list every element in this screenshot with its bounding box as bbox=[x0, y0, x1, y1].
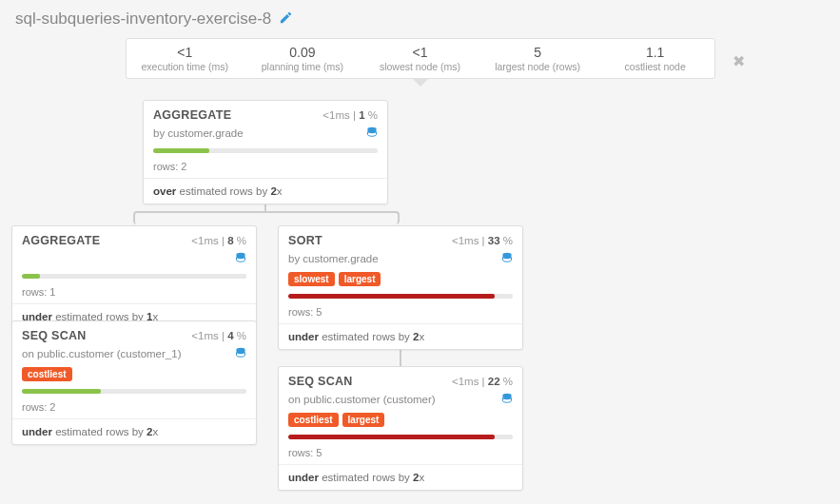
tag-largest: largest bbox=[339, 272, 381, 286]
close-icon[interactable]: ✖ bbox=[733, 52, 745, 70]
plan-canvas: AGGREGATE <1ms | 1 % by customer.grade r… bbox=[0, 94, 840, 503]
node-name: AGGREGATE bbox=[153, 108, 231, 122]
node-metrics: <1ms | 33 % bbox=[452, 235, 513, 246]
estimate-text: under estimated rows by 2x bbox=[279, 465, 522, 490]
cost-bar bbox=[153, 148, 209, 153]
node-name: AGGREGATE bbox=[22, 234, 100, 247]
database-icon bbox=[501, 392, 513, 407]
node-seqscan-right[interactable]: SEQ SCAN <1ms | 22 % on public.customer … bbox=[278, 366, 523, 491]
database-icon bbox=[366, 126, 378, 141]
edit-icon[interactable] bbox=[279, 10, 293, 28]
estimate-text: over estimated rows by 2x bbox=[144, 179, 387, 204]
cost-bar bbox=[288, 435, 495, 439]
stat-execution-time: <1 execution time (ms) bbox=[127, 45, 244, 72]
cost-bar bbox=[22, 274, 40, 279]
stat-costliest-node: 1.1 costliest node bbox=[596, 45, 714, 72]
database-icon bbox=[501, 251, 513, 266]
node-metrics: <1ms | 4 % bbox=[191, 330, 246, 341]
node-name: SORT bbox=[288, 234, 322, 247]
node-sort-right[interactable]: SORT <1ms | 33 % by customer.grade slowe… bbox=[278, 225, 523, 350]
cost-bar bbox=[288, 294, 495, 299]
page-title: sql-subqueries-inventory-exercise-8 bbox=[15, 10, 271, 29]
node-name: SEQ SCAN bbox=[288, 375, 353, 388]
node-metrics: <1ms | 22 % bbox=[452, 376, 513, 387]
connector bbox=[400, 349, 401, 366]
header: sql-subqueries-inventory-exercise-8 bbox=[0, 0, 840, 38]
stats-arrow-icon bbox=[413, 79, 428, 87]
node-metrics: <1ms | 1 % bbox=[322, 109, 378, 121]
node-name: SEQ SCAN bbox=[22, 329, 87, 342]
node-aggregate-left[interactable]: AGGREGATE <1ms | 8 % rows: 1 under estim… bbox=[11, 225, 257, 330]
tag-largest: largest bbox=[342, 413, 385, 427]
tag-slowest: slowest bbox=[288, 272, 335, 286]
database-icon bbox=[235, 346, 246, 361]
node-aggregate-top[interactable]: AGGREGATE <1ms | 1 % by customer.grade r… bbox=[143, 100, 388, 204]
stat-largest-node: 5 largest node (rows) bbox=[479, 45, 596, 72]
stat-planning-time: 0.09 planning time (ms) bbox=[244, 45, 361, 72]
tag-costliest: costliest bbox=[288, 413, 339, 427]
estimate-text: under estimated rows by 2x bbox=[12, 419, 256, 444]
node-seqscan-left[interactable]: SEQ SCAN <1ms | 4 % on public.customer (… bbox=[11, 320, 257, 445]
tag-costliest: costliest bbox=[22, 367, 72, 381]
database-icon bbox=[235, 251, 246, 266]
stats-bar: <1 execution time (ms) 0.09 planning tim… bbox=[126, 38, 715, 79]
connector bbox=[133, 211, 400, 224]
estimate-text: under estimated rows by 2x bbox=[279, 324, 522, 349]
cost-bar bbox=[22, 389, 101, 394]
stat-slowest-node: <1 slowest node (ms) bbox=[361, 45, 479, 72]
node-metrics: <1ms | 8 % bbox=[191, 235, 246, 246]
